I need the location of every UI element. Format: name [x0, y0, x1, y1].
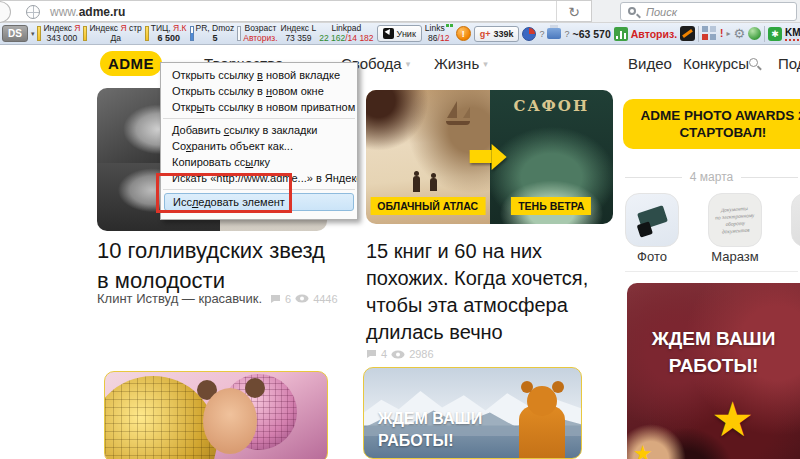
metric-age: ВозрастАвториз. [237, 24, 277, 43]
thumb-marazm[interactable]: Документы по электронному обороту докуме… [708, 193, 762, 247]
article-image-disco[interactable] [104, 371, 328, 459]
thumb-label-photo[interactable]: Фото [625, 249, 679, 264]
url-prefix: www. [50, 5, 79, 19]
eye-icon [295, 294, 309, 303]
metric-value: Да [110, 34, 120, 44]
question-mark: ? [539, 29, 544, 39]
comment-count: 6 [285, 293, 291, 305]
article-image-books[interactable]: ОБЛАЧНЫЙ АТЛАС САФОН ТЕНЬ ВЕТРА [366, 90, 613, 224]
thumb-photo[interactable] [625, 193, 679, 247]
chevron-down-icon[interactable]: ▾ [31, 30, 35, 38]
ship-hull [446, 121, 470, 125]
seo-toolbar: DS ▾ Индекс Я343 000 Индекс Я стрДа ТИЦ,… [0, 23, 800, 45]
menu-item-open-new-window[interactable]: Открыть ссылку в новом окне [161, 83, 357, 99]
metric-value: 86/12 [428, 34, 449, 44]
article-title-books[interactable]: 15 книг и 60 на них похожих. Когда хочет… [366, 238, 618, 346]
comment-icon [270, 294, 281, 304]
green-square-icon [450, 24, 453, 27]
search-icon [628, 7, 636, 15]
metric-linkpad: Linkpad22 162/14 182 [319, 24, 373, 43]
nav-konkursy[interactable]: Конкурсы [683, 55, 749, 72]
ds-badge[interactable]: DS [2, 25, 28, 42]
comment-icon [366, 349, 377, 359]
reload-button[interactable]: ↻ [556, 1, 591, 23]
metric-links: Links86/12 [425, 24, 453, 43]
menu-item-save-link-as[interactable]: Сохранить объект как... [161, 138, 357, 154]
shadow-of-wind-label: ТЕНЬ ВЕТРА [511, 197, 591, 215]
arrow-right-icon [469, 144, 506, 170]
document-text: Документы по электронному обороту докуме… [711, 204, 760, 236]
chart-icon[interactable] [614, 27, 628, 41]
metric-pr-dmoz: PR, Dmoz5 [190, 24, 235, 43]
url-text[interactable]: www.adme.ru [50, 5, 125, 19]
chevron-down-icon: ▾ [483, 59, 488, 69]
article-title-hollywood[interactable]: 10 голливудских звезд в молодости [97, 236, 353, 296]
back-button[interactable] [0, 1, 11, 23]
contest-image-crowd[interactable]: ЖДЕМ ВАШИ РАБОТЫ! ★ ★ [627, 283, 800, 459]
hair-bun [245, 378, 265, 398]
alert-mark: ! [720, 28, 723, 39]
metric-bar-icon [237, 26, 241, 41]
metric-value: 22 162/14 182 [319, 34, 373, 44]
title-line: 10 голливудских звезд [97, 236, 353, 266]
banner-line: ADME PHOTO AWARDS 2 [623, 107, 800, 124]
view-count: 4446 [313, 293, 337, 305]
metric-bar-icon [190, 26, 194, 41]
photo-awards-banner[interactable]: ADME PHOTO AWARDS 2 СТАРТОВАЛ! [623, 99, 800, 149]
browser-search-box[interactable]: Поиск [620, 2, 797, 21]
article-stats: 6 4446 [270, 293, 338, 305]
apps-grid-icon[interactable] [702, 26, 717, 41]
expand-arrow-icon[interactable]: ▸ [726, 29, 730, 38]
contest-image-mountains[interactable]: ЖДЕМ ВАШИ РАБОТЫ! [363, 367, 582, 459]
thumb-partial[interactable] [791, 193, 800, 247]
cursor-icon [383, 28, 394, 39]
person-in-bear-hood [519, 406, 565, 459]
figure-silhouette [430, 178, 437, 191]
gear-icon[interactable]: ⚙ [733, 26, 745, 41]
banner-line: СТАРТОВАЛ! [623, 124, 800, 141]
browser-stats-icon[interactable] [522, 27, 536, 41]
browser-toolbar: www.adme.ru ↻ Поиск [0, 0, 800, 23]
chevron-down-icon: ▾ [406, 59, 411, 69]
annotation-red-box [156, 173, 292, 213]
screenshot-root: www.adme.ru ↻ Поиск DS ▾ Индекс Я343 000… [0, 0, 800, 459]
nav-video[interactable]: Видео [628, 55, 672, 72]
green-ball-icon[interactable] [748, 27, 761, 40]
globe-icon [26, 5, 40, 19]
eye-icon [391, 350, 405, 359]
divider [764, 26, 765, 42]
green-square-icon [446, 24, 449, 27]
menu-item-open-private-window[interactable]: Открыть ссылку в новом приватном окне [161, 99, 357, 115]
kma-star-icon[interactable]: ✱ [768, 27, 782, 41]
thumb-label-marazm[interactable]: Маразм [708, 249, 762, 264]
divider [625, 271, 798, 272]
article-stats: 4 2986 [366, 348, 434, 360]
printer-icon[interactable] [547, 28, 561, 39]
metric-tic: ТИЦ, Я.К6 500 [145, 24, 187, 43]
divider [698, 26, 699, 42]
article-byline: Клинт Иствуд — красавчик. 6 4446 [97, 291, 338, 306]
orange-alert-icon[interactable]: ! [456, 26, 471, 41]
star-icon: ★ [711, 391, 754, 447]
menu-separator [163, 118, 355, 119]
book-cover-title: САФОН [490, 97, 614, 115]
gplus-button[interactable]: g+339k [474, 26, 520, 42]
book-cover-shadow-of-wind: САФОН ТЕНЬ ВЕТРА [490, 90, 614, 224]
nav-podpiska-cut[interactable]: Под [778, 55, 800, 72]
menu-item-open-new-tab[interactable]: Открыть ссылку в новой вкладке [161, 67, 357, 83]
figure-silhouette [413, 176, 420, 192]
search-placeholder: Поиск [646, 6, 677, 18]
site-search-icon[interactable] [749, 58, 758, 67]
nav-zhizn[interactable]: Жизнь▾ [434, 55, 488, 72]
kma-logo[interactable]: KMA.BIZ [785, 27, 800, 41]
ship-sail [447, 101, 457, 118]
adme-logo[interactable]: ADME [100, 51, 162, 76]
url-domain: adme.ru [79, 5, 126, 19]
menu-item-copy-link[interactable]: Копировать ссылку [161, 154, 357, 170]
menu-item-bookmark-link[interactable]: Добавить ссылку в закладки [161, 122, 357, 138]
pencil-edit-icon[interactable] [680, 26, 695, 41]
cloud-atlas-label: ОБЛАЧНЫЙ АТЛАС [370, 197, 485, 215]
address-bar[interactable]: www.adme.ru ↻ [0, 0, 592, 22]
unik-button[interactable]: Уник [377, 25, 422, 42]
metric-yandex-index: Индекс Я343 000 [37, 24, 80, 43]
